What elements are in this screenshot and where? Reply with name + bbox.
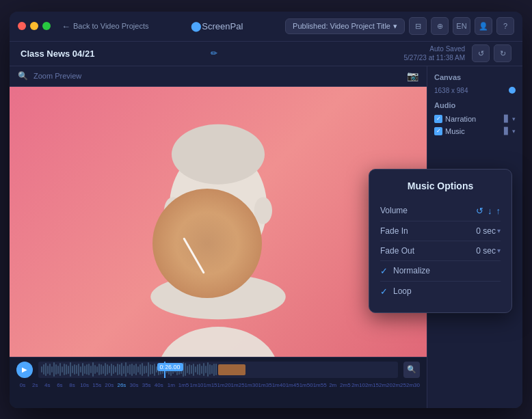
close-button[interactable]	[18, 22, 26, 30]
ruler-tick: 30s	[128, 382, 140, 393]
svg-point-6	[254, 197, 272, 224]
search-icon: 🔍	[407, 365, 416, 374]
music-caret-icon[interactable]: ▾	[512, 128, 516, 135]
fade-out-label: Fade Out	[380, 246, 425, 256]
auto-saved-time: 5/27/23 at 11:38 AM	[404, 53, 466, 62]
ruler-tick: 2m30	[406, 382, 420, 393]
audio-section-title: Audio	[434, 101, 516, 109]
volume-row: Volume ↺ ↓ ↑	[380, 201, 501, 221]
volume-down-icon[interactable]: ↓	[488, 206, 492, 216]
play-button[interactable]: ▶	[16, 362, 33, 378]
normalize-row[interactable]: ✓ Normalize	[380, 261, 501, 282]
volume-controls: ↺ ↓ ↑	[425, 206, 501, 216]
music-checkbox[interactable]: ✓	[434, 127, 442, 135]
ruler-tick: 8s	[66, 382, 78, 393]
loop-label: Loop	[393, 286, 412, 296]
timeline-controls: ▶	[10, 357, 427, 382]
loop-row[interactable]: ✓ Loop	[380, 282, 501, 301]
fade-out-row: Fade Out 0 sec ▾	[380, 241, 501, 261]
title-right-controls: Published: Video Project Title ▾ ⊟ ⊕ EN …	[285, 17, 514, 35]
title-bar: ← Back to Video Projects ⬤ ScreenPal Pub…	[10, 12, 522, 42]
face-overlay	[152, 189, 262, 298]
timeline-track[interactable]: 0:26.00	[38, 362, 398, 378]
loop-check-icon: ✓	[380, 286, 388, 297]
publish-button[interactable]: Published: Video Project Title ▾	[285, 18, 405, 34]
help-icon: ?	[503, 22, 507, 30]
svg-point-4	[172, 124, 265, 184]
ruler-tick: 2m20	[379, 382, 393, 393]
orange-segment	[218, 364, 245, 375]
ruler-tick: 15s	[91, 382, 103, 393]
maximize-button[interactable]	[42, 22, 51, 30]
editor-area: 🔍 Zoom Preview 📷	[10, 66, 427, 408]
camera-icon[interactable]: 📷	[407, 70, 418, 81]
redo-button[interactable]: ↻	[494, 44, 511, 62]
narration-caret-icon[interactable]: ▾	[512, 116, 516, 122]
fade-out-caret-icon: ▾	[497, 247, 501, 254]
app-logo: ⬤ ScreenPal	[154, 21, 280, 31]
canvas-section-title: Canvas	[434, 73, 516, 81]
settings-button[interactable]: ⊕	[431, 17, 449, 35]
ruler-tick: 2m15	[365, 382, 379, 393]
fade-in-value[interactable]: 0 sec ▾	[476, 226, 501, 236]
ruler-tick: 20s	[103, 382, 116, 393]
gear-icon: ⊕	[437, 22, 443, 31]
project-bar: Class News 04/21 ✏ Auto Saved 5/27/23 at…	[10, 42, 522, 66]
music-row: ✓ Music ▊ ▾	[434, 127, 516, 135]
ruler-tick: 10s	[79, 382, 91, 393]
auto-saved-info: Auto Saved 5/27/23 at 11:38 AM	[404, 44, 466, 62]
fade-out-value[interactable]: 0 sec ▾	[476, 246, 501, 256]
captions-icon: ⊟	[415, 22, 421, 31]
timeline-search-button[interactable]: 🔍	[403, 362, 420, 378]
normalize-check-icon: ✓	[380, 266, 388, 276]
back-label: Back to Video Projects	[73, 22, 148, 30]
ruler-tick: 1m30	[245, 382, 258, 393]
fade-in-label: Fade In	[380, 226, 425, 236]
narration-checkbox[interactable]: ✓	[434, 115, 442, 123]
ruler-tick: 6s	[53, 382, 66, 393]
canvas-size-row: 1638 x 984	[434, 87, 516, 94]
edit-icon[interactable]: ✏	[211, 49, 217, 58]
account-button[interactable]: 👤	[475, 17, 492, 35]
help-button[interactable]: ?	[496, 17, 514, 35]
fade-out-controls: 0 sec ▾	[425, 246, 501, 256]
narration-row: ✓ Narration ▊ ▾	[434, 115, 516, 123]
music-volume-icon[interactable]: ▊	[504, 127, 509, 135]
music-options-title: Music Options	[380, 180, 501, 191]
ruler-tick: 1m25	[231, 382, 245, 393]
canvas-active-indicator	[509, 87, 516, 94]
language-button[interactable]: EN	[453, 17, 470, 35]
chevron-down-icon: ▾	[393, 22, 397, 31]
ruler-tick: 35s	[140, 382, 152, 393]
playhead	[164, 362, 165, 378]
logo-text: ScreenPal	[202, 21, 243, 31]
project-title: Class News 04/21	[21, 49, 207, 59]
fade-in-controls: 0 sec ▾	[425, 226, 501, 236]
undo-redo-controls: ↺ ↻	[472, 44, 511, 62]
ruler-tick: 1m40	[272, 382, 286, 393]
captions-button[interactable]: ⊟	[409, 17, 427, 35]
ruler-tick: 1m35	[258, 382, 272, 393]
undo-button[interactable]: ↺	[472, 44, 490, 62]
minimize-button[interactable]	[30, 22, 38, 30]
music-options-popup: Music Options Volume ↺ ↓ ↑ Fade In 0 sec…	[369, 169, 512, 313]
traffic-lights	[18, 22, 51, 30]
narration-volume-icon[interactable]: ▊	[504, 115, 509, 122]
ruler-tick: 1m15	[204, 382, 217, 393]
volume-up-icon[interactable]: ↑	[496, 206, 501, 216]
ruler-tick: 0s	[16, 382, 29, 393]
editor-toolbar: 🔍 Zoom Preview 📷	[10, 66, 427, 87]
back-button[interactable]: ← Back to Video Projects	[62, 21, 148, 31]
reset-icon[interactable]: ↺	[476, 206, 483, 216]
ruler-tick: 1m10	[190, 382, 204, 393]
audio-section: Audio ✓ Narration ▊ ▾ ✓ Music ▊ ▾	[434, 101, 516, 135]
fade-out-value-text: 0 sec	[476, 246, 496, 256]
ruler-tick: 2m	[327, 382, 339, 393]
auto-saved-label: Auto Saved	[404, 44, 466, 53]
fade-in-row: Fade In 0 sec ▾	[380, 221, 501, 241]
zoom-preview-icon: 🔍	[18, 71, 28, 81]
music-label: Music	[445, 127, 501, 135]
ruler-tick: 4s	[41, 382, 53, 393]
user-icon: 👤	[479, 22, 488, 31]
playhead-time: 0:26.00	[157, 363, 183, 371]
